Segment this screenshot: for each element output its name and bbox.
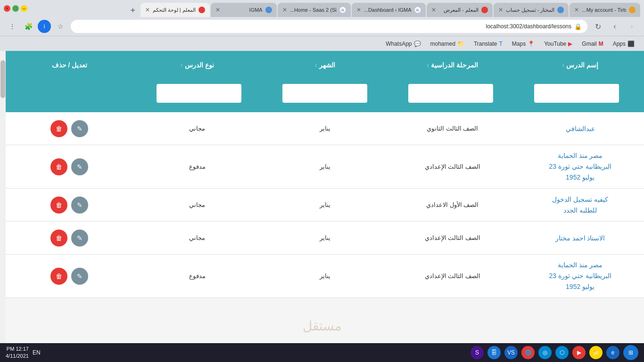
tab-label-7: المعلم | لوحة التحكم (153, 7, 196, 13)
filter-lesson-name-input[interactable] (534, 84, 619, 103)
sort-icon-stage[interactable]: ↕ (427, 63, 429, 68)
chrome-icon[interactable]: 🌐 (521, 346, 535, 359)
filter-actions-wrapper (13, 84, 133, 103)
start-button[interactable]: ⊞ (623, 345, 638, 360)
browser-toolbar: ☆ i 🧩 ⋮ (6, 20, 67, 33)
bookmark-youtube-label: YouTube (544, 41, 566, 47)
tab-label-3: المعلم - المعرض (444, 7, 479, 13)
th-lesson-name: إسم الدرس ↕ (516, 56, 644, 74)
tab-close-1[interactable]: ✕ (574, 7, 579, 13)
maximize-button[interactable]: □ (12, 5, 19, 12)
url-bar[interactable]: 🔒 localhost:3002/dashboard/lessons (71, 20, 587, 33)
tab-2[interactable]: المختار - تسجيل حساب ✕ (494, 3, 569, 17)
row5-edit-button[interactable]: ✎ (71, 268, 88, 285)
db-icon[interactable]: 🗄 (487, 346, 501, 359)
extensions-icon[interactable]: 🧩 (22, 20, 35, 33)
th-type: نوع الدرس ↕ (133, 56, 261, 74)
edge-icon[interactable]: ◎ (538, 346, 552, 359)
th-lesson-name-label: إسم الدرس (566, 61, 598, 69)
bookmark-translate[interactable]: T Translate (470, 39, 506, 49)
row3-edit-button[interactable]: ✎ (71, 197, 88, 214)
bookmark-maps-label: Maps (512, 41, 526, 47)
main-area: إسم الدرس ↕ المرحلة الدراسية ↕ الشهر ↕ ن… (6, 51, 644, 343)
tab-7[interactable]: المعلم | لوحة التحكم ✕ (140, 3, 210, 17)
row2-delete-button[interactable]: 🗑 (50, 158, 67, 175)
bookmark-gmail-label: Gmail (582, 41, 596, 47)
close-button[interactable]: ✕ (4, 5, 10, 12)
ie-icon[interactable]: e (606, 346, 619, 359)
folder-icon: 📁 (457, 41, 464, 47)
row2-edit-button[interactable]: ✎ (71, 158, 88, 175)
tab-1[interactable]: My account - Tirb... ✕ (570, 3, 640, 17)
tab-close-6[interactable]: ✕ (215, 7, 220, 13)
tab-close-3[interactable]: ✕ (431, 7, 436, 13)
tab-close-7[interactable]: ✕ (145, 7, 150, 13)
row5-delete-button[interactable]: 🗑 (50, 268, 67, 285)
page-content: إسم الدرس ↕ المرحلة الدراسية ↕ الشهر ↕ ن… (0, 51, 644, 343)
row1-type: مجاني (133, 119, 261, 138)
tab-favicon-7 (198, 7, 205, 13)
filter-month-input[interactable] (282, 84, 367, 103)
tab-favicon-2 (557, 7, 564, 13)
maps-icon: 📍 (528, 41, 535, 47)
tab-close-5[interactable]: ✕ (282, 7, 287, 13)
vscode-icon[interactable]: ⬡ (555, 346, 569, 359)
tab-6[interactable]: IGMA ✕ (211, 3, 277, 17)
row1-edit-button[interactable]: ✎ (71, 120, 88, 137)
keyboard-layout: EN (33, 349, 41, 356)
row5-lesson-name: مصر منذ الحماية البريطانية حتي ثورة 23 ي… (516, 255, 644, 297)
filter-type-input[interactable] (157, 84, 241, 103)
vertical-scrollbar[interactable] (0, 51, 6, 343)
scroll-thumb[interactable] (0, 60, 5, 98)
row5-month: يناير (261, 267, 389, 285)
bookmark-maps[interactable]: 📍 Maps (508, 39, 538, 49)
back-button[interactable]: ‹ (625, 20, 638, 33)
media-icon[interactable]: ▶ (572, 346, 586, 359)
explorer-icon[interactable]: 📁 (589, 346, 603, 359)
sort-icon-month[interactable]: ↕ (315, 63, 317, 68)
bookmark-star-icon[interactable]: ☆ (54, 20, 67, 33)
tab-favicon-6 (265, 7, 272, 13)
forward-button[interactable]: › (608, 20, 621, 33)
row5-actions: ✎ 🗑 (6, 262, 133, 290)
tab-5[interactable]: G Home - Saas 2 (Si... ✕ (278, 3, 351, 17)
row2-lesson-name: مصر منذ الحماية البريطانية حتي ثورة 23 ي… (516, 145, 644, 188)
sort-icon-type[interactable]: ↕ (181, 63, 183, 68)
vscode2-icon[interactable]: VS (504, 346, 518, 359)
row5-type: مدفوع (133, 267, 261, 285)
bookmark-mohamed[interactable]: 📁 mohamed (427, 39, 468, 49)
bookmark-youtube[interactable]: ▶ YouTube (540, 39, 576, 49)
table-row: الاستاذ احمد مختار الصف الثالث الإعدادي … (6, 222, 644, 255)
profile-icon[interactable]: i (38, 20, 51, 33)
row4-edit-button[interactable]: ✎ (71, 230, 88, 247)
bookmark-gmail[interactable]: M Gmail (578, 39, 607, 49)
table-row: مصر منذ الحماية البريطانية حتي ثورة 23 ي… (6, 145, 644, 189)
tab-close-4[interactable]: ✕ (356, 7, 361, 13)
sort-icon-lesson-name[interactable]: ↕ (562, 63, 564, 68)
filter-stage-wrapper (390, 84, 511, 103)
minimize-button[interactable]: ─ (21, 5, 27, 12)
filter-stage-input[interactable] (408, 84, 493, 103)
th-stage-label: المرحلة الدراسية (431, 61, 478, 69)
url-text: localhost:3002/dashboard/lessons (486, 23, 571, 30)
row3-month: يناير (261, 196, 389, 214)
new-tab-button[interactable]: + (126, 4, 140, 17)
bookmark-whatsapp[interactable]: 💬 WhatsApp (382, 39, 424, 49)
row1-delete-button[interactable]: 🗑 (50, 120, 67, 137)
row3-stage: الصف الأول الاعدادي (388, 196, 516, 214)
tab-close-2[interactable]: ✕ (498, 7, 503, 13)
taskbar-clock: 12:17 PM 4/11/2021 (6, 346, 29, 360)
tab-3[interactable]: المعلم - المعرض ✕ (427, 3, 493, 17)
tab-4[interactable]: G Dashboard ‹ IGMA... ✕ (352, 3, 426, 17)
row3-delete-button[interactable]: 🗑 (50, 197, 67, 214)
th-month: الشهر ↕ (261, 56, 389, 74)
row4-delete-button[interactable]: 🗑 (50, 230, 67, 247)
refresh-button[interactable]: ↻ (591, 20, 604, 33)
clock-date: 4/11/2021 (6, 353, 29, 360)
clock-time: 12:17 PM (6, 346, 29, 353)
tab-favicon-1 (629, 7, 636, 13)
bookmark-apps[interactable]: ⬛ Apps (609, 39, 638, 49)
row1-month: يناير (261, 119, 389, 138)
settings-icon[interactable]: ⋮ (6, 20, 19, 33)
slack-icon[interactable]: S (471, 346, 484, 359)
